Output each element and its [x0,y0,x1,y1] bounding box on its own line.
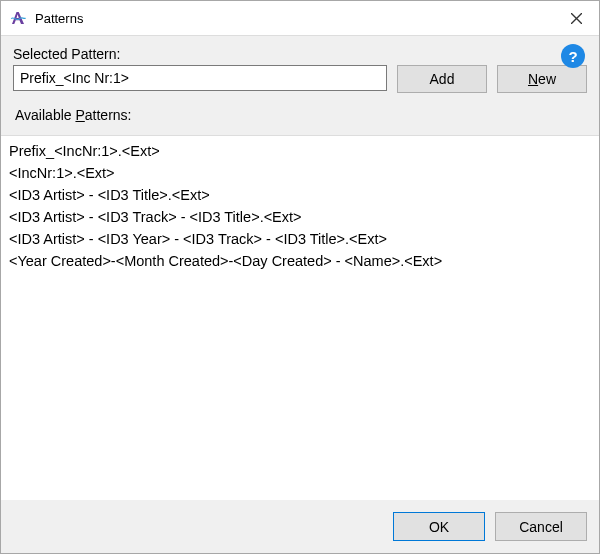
available-patterns-label: Available Patterns: [13,107,587,123]
patterns-dialog: Patterns ? Selected Pattern: Add New Ava… [0,0,600,554]
available-patterns-list[interactable]: Prefix_<IncNr:1>.<Ext> <IncNr:1>.<Ext> <… [1,135,599,500]
new-button-rest: ew [538,71,556,87]
cancel-button[interactable]: Cancel [495,512,587,541]
list-item[interactable]: <ID3 Artist> - <ID3 Title>.<Ext> [9,184,591,206]
add-button[interactable]: Add [397,65,487,93]
help-icon[interactable]: ? [561,44,585,68]
app-icon [9,9,27,27]
selected-pattern-row: Add New [13,65,587,93]
new-button[interactable]: New [497,65,587,93]
dialog-button-row: OK Cancel [1,500,599,553]
list-item[interactable]: Prefix_<IncNr:1>.<Ext> [9,140,591,162]
list-item[interactable]: <Year Created>-<Month Created>-<Day Crea… [9,250,591,272]
close-icon [571,13,582,24]
window-title: Patterns [35,11,83,26]
selected-pattern-label: Selected Pattern: [13,46,587,62]
selected-pattern-input[interactable] [13,65,387,91]
list-item[interactable]: <ID3 Artist> - <ID3 Year> - <ID3 Track> … [9,228,591,250]
list-item[interactable]: <IncNr:1>.<Ext> [9,162,591,184]
close-button[interactable] [553,1,599,35]
top-panel: ? Selected Pattern: Add New Available Pa… [1,36,599,135]
titlebar: Patterns [1,1,599,36]
new-button-mnemonic: N [528,71,538,87]
list-item[interactable]: <ID3 Artist> - <ID3 Track> - <ID3 Title>… [9,206,591,228]
ok-button[interactable]: OK [393,512,485,541]
dialog-body: ? Selected Pattern: Add New Available Pa… [1,36,599,553]
